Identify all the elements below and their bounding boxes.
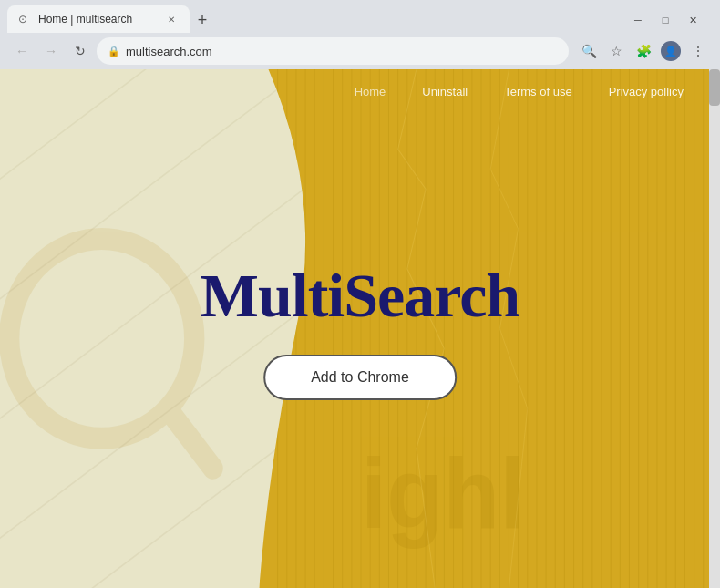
scrollbar[interactable] [709,69,720,588]
nav-home-link[interactable]: Home [355,85,386,98]
browser-frame: ⊙ Home | multisearch ✕ + ─ □ ✕ ← → ↻ 🔒 m… [0,0,720,588]
close-button[interactable]: ✕ [680,7,705,33]
website: ighl Home Uninstall Terms of use Privacy… [0,69,720,588]
toolbar-icons: 🔍 ☆ 🧩 👤 ⋮ [576,38,711,64]
add-to-chrome-button[interactable]: Add to Chrome [263,355,457,400]
site-title: MultiSearch [201,260,519,332]
maximize-button[interactable]: □ [653,7,678,33]
content-area: ighl Home Uninstall Terms of use Privacy… [0,69,720,588]
address-input[interactable]: 🔒 multisearch.com [97,37,569,65]
lock-icon: 🔒 [108,46,120,57]
site-navigation: Home Uninstall Terms of use Privacy poll… [0,69,720,113]
nav-privacy-link[interactable]: Privacy pollicy [609,85,684,98]
tab-title: Home | multisearch [38,13,157,26]
tab-favicon: ⊙ [18,13,31,26]
url-text: multisearch.com [126,45,558,58]
nav-uninstall-link[interactable]: Uninstall [422,85,468,98]
reload-button[interactable]: ↻ [67,38,93,64]
window-controls: ─ □ ✕ [625,7,705,33]
address-bar: ← → ↻ 🔒 multisearch.com 🔍 ☆ 🧩 👤 ⋮ [0,33,720,69]
menu-button[interactable]: ⋮ [685,38,711,64]
profile-avatar: 👤 [661,41,681,61]
nav-terms-link[interactable]: Terms of use [504,85,571,98]
tab-close-button[interactable]: ✕ [164,12,179,26]
scrollbar-thumb[interactable] [709,69,720,106]
active-tab[interactable]: ⊙ Home | multisearch ✕ [7,5,190,33]
bookmark-icon[interactable]: ☆ [603,38,629,64]
back-button[interactable]: ← [9,38,35,64]
search-icon[interactable]: 🔍 [576,38,602,64]
minimize-button[interactable]: ─ [625,7,651,33]
extensions-icon[interactable]: 🧩 [631,38,656,64]
tab-bar: ⊙ Home | multisearch ✕ + ─ □ ✕ [0,0,720,33]
profile-button[interactable]: 👤 [658,38,684,64]
new-tab-button[interactable]: + [190,7,215,33]
svg-text:ighl: ighl [361,438,525,549]
forward-button[interactable]: → [38,38,64,64]
